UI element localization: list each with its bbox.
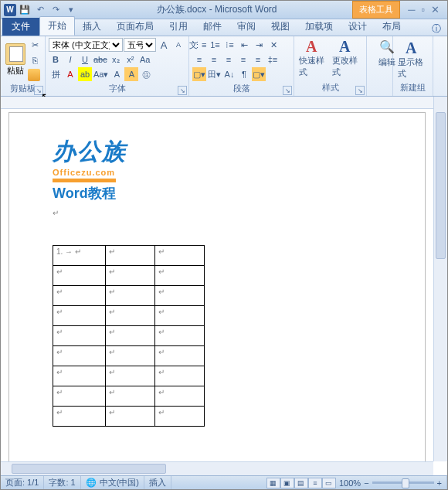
phonetic-button[interactable]: 拼: [49, 67, 63, 81]
tab-references[interactable]: 引用: [161, 18, 195, 36]
tab-home[interactable]: 开始: [39, 16, 75, 36]
table-cell[interactable]: ↵: [155, 266, 205, 286]
highlight-button[interactable]: ab: [78, 67, 92, 81]
line-spacing-button[interactable]: ‡≡: [266, 53, 280, 66]
redo-button[interactable]: ↷: [49, 3, 63, 17]
minimize-button[interactable]: ─: [408, 4, 415, 15]
table-cell[interactable]: ↵: [106, 326, 155, 346]
table-cell[interactable]: 1. → ↵: [53, 246, 106, 266]
shrink-font-button[interactable]: A: [171, 38, 185, 52]
table-cell[interactable]: ↵: [106, 386, 155, 407]
close-button[interactable]: ✕: [431, 4, 440, 15]
scrollbar-thumb[interactable]: [12, 464, 166, 474]
tab-review[interactable]: 审阅: [229, 18, 263, 36]
zoom-level[interactable]: 100%: [339, 478, 361, 488]
show-format-button[interactable]: A显示格式: [396, 38, 430, 81]
horizontal-scrollbar[interactable]: [1, 461, 433, 475]
table-cell[interactable]: ↵: [106, 286, 155, 306]
superscript-button[interactable]: x²: [124, 53, 137, 66]
paragraph-dialog-launcher[interactable]: ↘: [283, 86, 292, 95]
zoom-out-button[interactable]: −: [364, 478, 368, 488]
table-cell[interactable]: ↵: [53, 326, 106, 346]
web-view-button[interactable]: ▤: [294, 478, 308, 488]
horizontal-ruler[interactable]: [1, 97, 433, 109]
table-tools-tab[interactable]: 表格工具: [352, 1, 400, 19]
tab-page-layout[interactable]: 页面布局: [109, 18, 161, 36]
table-cell[interactable]: ↵: [155, 326, 205, 346]
align-right-button[interactable]: ≡: [222, 53, 236, 66]
bold-button[interactable]: B: [49, 53, 63, 66]
enclose-char-button[interactable]: ㊟: [139, 67, 153, 81]
status-page[interactable]: 页面: 1/1: [1, 476, 44, 489]
table-cell[interactable]: ↵: [155, 246, 205, 266]
change-case-button[interactable]: Aa▾: [93, 67, 109, 81]
font-dialog-launcher[interactable]: ↘: [178, 86, 187, 95]
multilevel-button[interactable]: ⁝≡: [222, 38, 236, 52]
table-cell[interactable]: ↵: [155, 386, 205, 407]
sort-button[interactable]: A↓: [222, 67, 236, 81]
font-color-button[interactable]: A: [63, 67, 77, 81]
table-cell[interactable]: ↵: [53, 366, 106, 386]
fullscreen-view-button[interactable]: ▣: [280, 478, 294, 488]
numbering-button[interactable]: 1≡: [208, 38, 222, 52]
table-cell[interactable]: ↵: [106, 246, 155, 266]
help-button[interactable]: ⓘ: [432, 22, 441, 36]
paste-button[interactable]: 粘贴: [4, 43, 27, 77]
table-cell[interactable]: ↵: [155, 286, 205, 306]
styles-dialog-launcher[interactable]: ↘: [355, 86, 365, 95]
table-cell[interactable]: ↵: [106, 407, 155, 427]
table-cell[interactable]: ↵: [155, 366, 205, 386]
table-cell[interactable]: ↵: [155, 407, 205, 427]
table-cell[interactable]: ↵: [155, 346, 205, 366]
table-cell[interactable]: ↵: [53, 286, 106, 306]
asian-layout-button[interactable]: ✕: [266, 38, 280, 52]
format-painter-button[interactable]: [28, 69, 40, 81]
align-center-button[interactable]: ≡: [207, 53, 221, 66]
change-styles-button[interactable]: A更改样式: [331, 36, 363, 80]
align-left-button[interactable]: ≡: [192, 53, 206, 66]
zoom-in-button[interactable]: +: [437, 478, 442, 488]
scrollbar-thumb[interactable]: [436, 112, 446, 259]
maximize-button[interactable]: ▫: [421, 4, 425, 15]
clipboard-dialog-launcher[interactable]: ↘: [34, 86, 43, 95]
table-cell[interactable]: ↵: [155, 306, 205, 326]
cut-button[interactable]: ✂: [28, 38, 42, 52]
status-language[interactable]: 🌐中文(中国): [81, 476, 144, 489]
table-cell[interactable]: ↵: [106, 346, 155, 366]
char-shading-button[interactable]: A: [124, 67, 138, 81]
tab-insert[interactable]: 插入: [75, 18, 109, 36]
word-icon[interactable]: W: [4, 4, 16, 16]
shading-button[interactable]: ▢▾: [192, 67, 206, 81]
italic-button[interactable]: I: [63, 53, 77, 66]
tab-table-layout[interactable]: 布局: [375, 18, 409, 36]
status-word-count[interactable]: 字数: 1: [44, 476, 80, 489]
table-cell[interactable]: ↵: [53, 346, 106, 366]
document-table[interactable]: 1. → ↵↵↵ ↵↵↵ ↵↵↵ ↵↵↵ ↵↵↵ ↵↵↵ ↵↵↵ ↵↵↵ ↵↵↵: [53, 245, 205, 427]
clear-format-button[interactable]: Aa: [138, 53, 152, 66]
vertical-scrollbar[interactable]: [433, 97, 447, 461]
qat-more[interactable]: ▾: [64, 3, 78, 17]
copy-button[interactable]: ⎘: [28, 53, 42, 67]
borders-button[interactable]: 田▾: [207, 67, 222, 81]
status-insert-mode[interactable]: 插入: [144, 476, 171, 489]
char-border-button[interactable]: A: [110, 67, 124, 81]
underline-button[interactable]: U: [78, 53, 92, 66]
grow-font-button[interactable]: A: [157, 38, 171, 52]
zoom-slider[interactable]: [372, 481, 434, 484]
undo-button[interactable]: ↶: [33, 3, 47, 17]
table-cell[interactable]: ↵: [53, 386, 106, 407]
outline-view-button[interactable]: ≡: [308, 478, 322, 488]
save-button[interactable]: 💾: [18, 3, 32, 17]
tab-file[interactable]: 文件: [2, 18, 39, 36]
para-extra-button[interactable]: ▢▾: [252, 67, 266, 81]
table-cell[interactable]: ↵: [106, 266, 155, 286]
increase-indent-button[interactable]: ⇥: [252, 38, 266, 52]
quick-styles-button[interactable]: A快速样式: [297, 36, 330, 80]
table-cell[interactable]: ↵: [53, 407, 106, 427]
subscript-button[interactable]: x₂: [109, 53, 123, 66]
tab-addins[interactable]: 加载项: [297, 18, 341, 36]
align-distribute-button[interactable]: ≡: [251, 53, 265, 66]
table-cell[interactable]: ↵: [106, 306, 155, 326]
decrease-indent-button[interactable]: ⇤: [237, 38, 251, 52]
show-marks-button[interactable]: ¶: [237, 67, 251, 81]
